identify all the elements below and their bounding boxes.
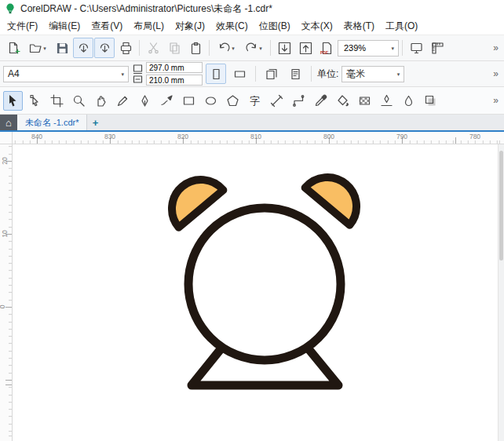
cut-button[interactable]	[143, 38, 163, 58]
redo-arrow-icon	[245, 42, 258, 55]
redo-dropdown-caret-icon[interactable]: ▾	[259, 46, 262, 51]
transparency-tool[interactable]	[355, 91, 374, 111]
menu-view[interactable]: 查看(V)	[86, 17, 128, 35]
ellipse-icon	[204, 94, 217, 108]
shape-tool[interactable]	[25, 91, 45, 111]
document-tab-active[interactable]: 未命名 -1.cdr*	[17, 115, 87, 130]
toolbar-overflow-button[interactable]: »	[491, 42, 501, 53]
vertical-scrollbar-thumb[interactable]	[499, 151, 503, 261]
eyedropper-tool[interactable]	[311, 91, 331, 111]
zoom-level-combo[interactable]: ▾	[338, 40, 399, 56]
vertical-ruler[interactable]: 20100	[0, 144, 13, 441]
undo-dropdown-caret-icon[interactable]: ▾	[232, 46, 235, 51]
connector-tool[interactable]	[289, 91, 309, 111]
page-size-value: A4	[8, 68, 20, 79]
drawing-canvas[interactable]	[13, 144, 498, 441]
clock-left-ear[interactable]	[160, 168, 223, 228]
clock-body[interactable]	[188, 208, 341, 360]
ruler-corner[interactable]	[0, 132, 13, 144]
undo-arrow-icon	[217, 42, 231, 55]
artistic-media-tool[interactable]	[157, 91, 177, 111]
connector-line-icon	[292, 94, 305, 108]
zoom-tool[interactable]	[69, 91, 89, 111]
menu-tools[interactable]: 工具(O)	[380, 17, 423, 35]
publish-pdf-button[interactable]: PDF	[316, 38, 337, 58]
vertical-scrollbar[interactable]	[498, 144, 504, 441]
units-combo[interactable]: 毫米 ▾	[341, 66, 404, 82]
show-rulers-button[interactable]	[427, 38, 447, 58]
outline-pen-icon	[380, 94, 393, 108]
home-tab-button[interactable]: ⌂	[0, 115, 17, 130]
zoom-dropdown-caret-icon[interactable]: ▾	[391, 46, 394, 51]
horizontal-ruler[interactable]: 840830820810800790780	[13, 132, 504, 144]
page-size-caret-icon[interactable]: ▾	[121, 71, 124, 77]
print-button[interactable]	[115, 38, 136, 58]
current-page-button[interactable]	[285, 64, 305, 84]
menu-object[interactable]: 对象(J)	[170, 17, 210, 35]
propbar-overflow-button[interactable]: »	[491, 68, 501, 79]
zoom-level-input[interactable]	[342, 42, 382, 53]
export-button[interactable]	[295, 38, 316, 58]
menu-bitmaps[interactable]: 位图(B)	[254, 17, 296, 35]
app-logo-icon	[5, 3, 16, 14]
standard-toolbar: ▾	[0, 35, 504, 61]
smart-fill-tool[interactable]	[399, 91, 418, 111]
freehand-tool[interactable]	[113, 91, 133, 111]
property-bar: A4 ▾	[0, 61, 504, 87]
scissors-icon	[147, 42, 160, 55]
ellipse-tool[interactable]	[201, 91, 221, 111]
open-dropdown-caret-icon[interactable]: ▾	[43, 46, 46, 51]
pen-nib-icon	[138, 94, 152, 108]
import-button[interactable]	[274, 38, 294, 58]
redo-button[interactable]: ▾	[240, 38, 267, 58]
units-label: 单位:	[317, 67, 338, 81]
add-document-button[interactable]: +	[87, 115, 103, 130]
menu-layout[interactable]: 布局(L)	[128, 17, 170, 35]
interactive-fill-tool[interactable]	[333, 91, 352, 111]
pan-tool[interactable]	[91, 91, 111, 111]
page-height-input[interactable]	[147, 76, 202, 85]
page-width-input[interactable]	[147, 64, 202, 72]
pen-tool[interactable]	[135, 91, 155, 111]
clock-right-ear[interactable]	[305, 166, 368, 225]
undo-button[interactable]: ▾	[213, 38, 239, 58]
rectangle-tool[interactable]	[179, 91, 199, 111]
cloud-download-alt-button[interactable]	[94, 38, 115, 58]
crop-tool[interactable]	[47, 91, 67, 111]
units-caret-icon[interactable]: ▾	[397, 71, 400, 77]
home-icon: ⌂	[5, 117, 12, 129]
outline-pen-tool[interactable]	[377, 91, 396, 111]
page-size-combo[interactable]: A4 ▾	[3, 66, 129, 82]
brush-icon	[160, 94, 173, 108]
paste-button[interactable]	[185, 38, 206, 58]
landscape-button[interactable]	[229, 64, 250, 84]
menu-file[interactable]: 文件(F)	[2, 17, 43, 35]
text-tool[interactable]: 字	[245, 91, 265, 111]
pick-tool[interactable]	[3, 91, 23, 111]
new-document-button[interactable]	[3, 38, 24, 58]
landscape-page-icon	[233, 67, 247, 81]
drop-shadow-tool[interactable]	[421, 91, 440, 111]
clipboard-icon	[189, 42, 203, 55]
page-width-field[interactable]	[146, 62, 203, 73]
cloud-download-button[interactable]	[73, 38, 93, 58]
open-button[interactable]: ▾	[24, 38, 51, 58]
menu-effects[interactable]: 效果(C)	[210, 17, 254, 35]
toolbar-separator	[402, 40, 403, 56]
polygon-tool[interactable]	[223, 91, 243, 111]
copy-button[interactable]	[164, 38, 184, 58]
monitor-icon	[410, 42, 423, 55]
portrait-button[interactable]	[206, 64, 226, 84]
drop-shadow-icon	[424, 94, 437, 108]
menu-edit[interactable]: 编辑(E)	[43, 17, 86, 35]
save-icon	[56, 42, 69, 55]
all-pages-button[interactable]	[261, 64, 282, 84]
full-screen-preview-button[interactable]	[406, 38, 426, 58]
toolbox-overflow-button[interactable]: »	[491, 95, 501, 106]
page-height-field[interactable]	[146, 75, 203, 86]
menu-text[interactable]: 文本(X)	[296, 17, 338, 35]
menu-table[interactable]: 表格(T)	[338, 17, 380, 35]
alarm-clock-drawing[interactable]	[13, 144, 498, 441]
save-button[interactable]	[52, 38, 72, 58]
parallel-dimension-tool[interactable]	[267, 91, 287, 111]
